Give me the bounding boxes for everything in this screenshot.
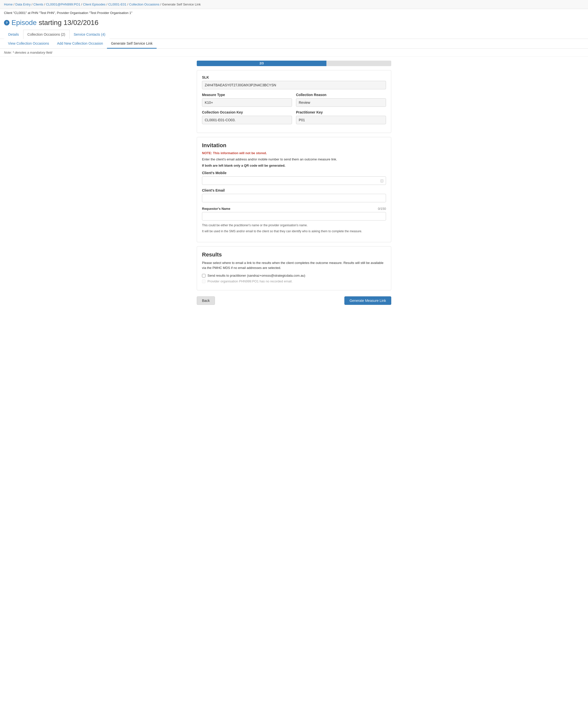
progress-bar-fill: 2/3 xyxy=(197,61,326,66)
slk-card: SLK Measure Type Collection Reason Colle… xyxy=(197,70,391,133)
tab-collection-occasions[interactable]: Collection Occasions (2) xyxy=(23,30,70,39)
slk-value xyxy=(202,81,386,89)
title-suffix: starting 13/02/2016 xyxy=(39,19,99,27)
measure-type-group: Measure Type xyxy=(202,93,292,110)
page-title-container: ? Episode starting 13/02/2016 xyxy=(0,17,588,30)
breadcrumb-current: Generate Self Service Link xyxy=(162,2,201,6)
breadcrumb-collection-occasions[interactable]: Collection Occasions xyxy=(129,2,159,6)
checkbox-practitioner-row: Send results to practitioner (sandraz+om… xyxy=(202,274,386,277)
requestor-help-text-1: This could be either the practitioner's … xyxy=(202,223,386,228)
generate-measure-link-button[interactable]: Generate Measure Link xyxy=(344,296,391,305)
mobile-input-wrapper: ◫ xyxy=(202,176,386,185)
collection-reason-value xyxy=(296,98,386,107)
measure-type-value xyxy=(202,98,292,107)
checkbox-practitioner-label: Send results to practitioner (sandraz+om… xyxy=(207,274,305,277)
collection-occasion-key-group: Collection Occasion Key xyxy=(202,110,292,128)
help-icon[interactable]: ? xyxy=(4,20,9,25)
subtabs: View Collection Occasions Add New Collec… xyxy=(0,39,588,49)
collection-reason-label: Collection Reason xyxy=(296,93,386,97)
results-card: Results Please select where to email a l… xyxy=(197,246,391,290)
practitioner-key-label: Practitioner Key xyxy=(296,110,386,114)
checkbox-provider-row: Provider organisation PHN999:PO1 has no … xyxy=(202,279,386,283)
invitation-info-text: Enter the client's email address and/or … xyxy=(202,158,386,161)
results-info: Please select where to email a link to t… xyxy=(202,260,386,270)
email-label: Client's Email xyxy=(202,188,386,192)
subtab-generate-self-service-link[interactable]: Generate Self Service Link xyxy=(107,39,156,49)
breadcrumb-client-episodes[interactable]: Client Episodes xyxy=(83,2,106,6)
mobile-input[interactable] xyxy=(202,176,386,185)
client-info: Client "CL0001" at PHN "Test PHN", Provi… xyxy=(0,9,588,17)
breadcrumb-episode-id[interactable]: CL0001-E01 xyxy=(108,2,126,6)
progress-bar-container: 2/3 xyxy=(197,61,391,66)
mobile-label: Client's Mobile xyxy=(202,171,386,175)
requestor-field-row: Requestor's Name 0/150 This could be eit… xyxy=(202,207,386,234)
slk-two-col: Measure Type Collection Reason xyxy=(202,93,386,110)
email-field-row: Client's Email xyxy=(202,188,386,203)
note-bar: Note: * denotes a mandatory field xyxy=(0,49,588,57)
collection-reason-group: Collection Reason xyxy=(296,93,386,110)
results-title: Results xyxy=(202,251,386,258)
breadcrumb-home[interactable]: Home xyxy=(4,2,13,6)
requestor-label: Requestor's Name xyxy=(202,207,231,211)
episode-link[interactable]: Episode xyxy=(11,19,37,27)
practitioner-key-value xyxy=(296,116,386,124)
requestor-input[interactable] xyxy=(202,212,386,221)
mobile-field-row: Client's Mobile ◫ xyxy=(202,171,386,185)
buttons-row: Back Generate Measure Link xyxy=(197,294,391,309)
invitation-bold-text: If both are left blank only a QR code wi… xyxy=(202,164,386,167)
slk-label: SLK xyxy=(202,75,386,79)
practitioner-key-group: Practitioner Key xyxy=(296,110,386,128)
checkbox-provider xyxy=(202,280,205,283)
phone-icon: ◫ xyxy=(380,179,384,183)
collection-occasion-key-label: Collection Occasion Key xyxy=(202,110,292,114)
requestor-label-row: Requestor's Name 0/150 xyxy=(202,207,386,211)
breadcrumb: Home / Data Entry / Clients / CL0001@PHN… xyxy=(0,0,588,9)
breadcrumb-client-id[interactable]: CL0001@PHN999:PO1 xyxy=(46,2,80,6)
invitation-title: Invitation xyxy=(202,142,386,149)
checkbox-practitioner[interactable] xyxy=(202,274,205,277)
breadcrumb-data-entry[interactable]: Data Entry xyxy=(15,2,31,6)
email-input[interactable] xyxy=(202,194,386,202)
subtab-view-collection-occasions[interactable]: View Collection Occasions xyxy=(4,39,53,49)
char-count: 0/150 xyxy=(378,207,386,211)
checkbox-provider-label: Provider organisation PHN999:PO1 has no … xyxy=(207,279,292,283)
measure-type-label: Measure Type xyxy=(202,93,292,97)
main-content: SLK Measure Type Collection Reason Colle… xyxy=(0,66,588,313)
invitation-card: Invitation NOTE: This information will n… xyxy=(197,137,391,242)
requestor-help-text-2: It will be used in the SMS and/or email … xyxy=(202,229,386,234)
collection-occasion-key-value xyxy=(202,116,292,124)
breadcrumb-clients[interactable]: Clients xyxy=(34,2,44,6)
back-button[interactable]: Back xyxy=(197,296,215,305)
slk-two-col-2: Collection Occasion Key Practitioner Key xyxy=(202,110,386,128)
main-tabs: Details Collection Occasions (2) Service… xyxy=(0,30,588,39)
subtab-add-new-collection-occasion[interactable]: Add New Collection Occasion xyxy=(53,39,107,49)
invitation-note-red: NOTE: This information will not be store… xyxy=(202,151,386,155)
tab-service-contacts[interactable]: Service Contacts (4) xyxy=(70,30,110,39)
progress-section: 2/3 xyxy=(0,57,588,66)
tab-details[interactable]: Details xyxy=(4,30,23,39)
